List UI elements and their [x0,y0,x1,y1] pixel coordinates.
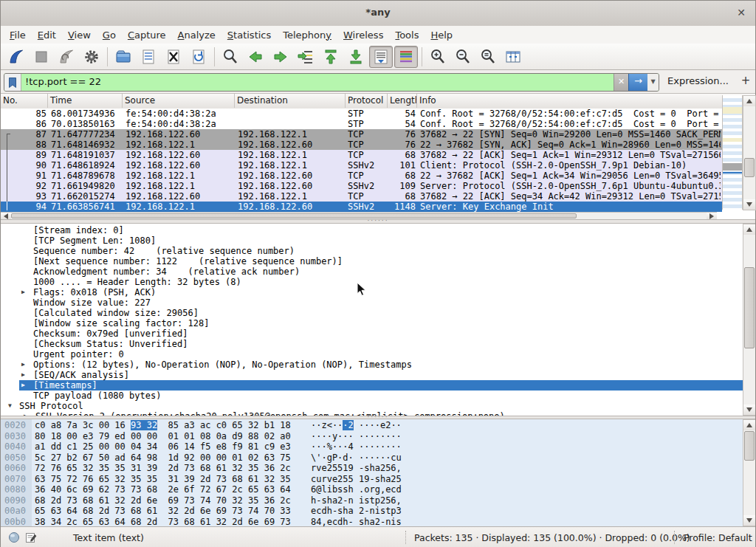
titlebar[interactable]: *any ✕ [1,1,755,27]
menu-view[interactable]: View [62,28,97,42]
detail-line[interactable]: [Stream index: 0] [1,225,743,235]
hex-row[interactable]: 0020c0 a8 7a 3c 00 16 93 32 85 a3 ac c0 … [1,420,742,431]
detail-line-options[interactable]: Options: (12 bytes), No-Operation (NOP),… [1,359,743,370]
profile-text[interactable]: Profile: Default [684,532,752,543]
filter-clear-button[interactable]: ✕ [614,74,628,91]
packet-list-scrollbar[interactable] [743,95,756,210]
scroll-up-icon[interactable] [743,224,755,235]
detail-line-seqack[interactable]: [SEQ/ACK analysis] [1,370,743,380]
capture-options-button[interactable] [80,46,103,68]
hex-row[interactable]: 00b038 34 2c 65 63 64 68 2d 73 68 61 32 … [1,517,742,527]
expression-button[interactable]: Expression... [667,75,729,86]
detail-line[interactable]: Checksum: 0x79ed [unverified] [1,328,743,339]
hex-row[interactable]: 00a065 63 64 68 2d 73 68 61 32 2d 6e 69 … [1,506,742,517]
add-filter-button[interactable]: + [739,73,752,88]
detail-line-flags[interactable]: Flags: 0x018 (PSH, ACK) [1,287,743,297]
packet-row-89[interactable]: 8971.648191037192.168.122.60192.168.122.… [1,150,722,160]
col-header-length[interactable]: Length [388,94,417,108]
zoom-in-button[interactable] [426,46,450,68]
detail-line-ssh-protocol[interactable]: SSH Protocol [1,401,743,411]
reload-file-button[interactable] [187,46,210,68]
scroll-up-icon[interactable] [743,420,755,430]
packet-minimap[interactable] [722,95,743,210]
zoom-original-button[interactable] [476,46,500,68]
detail-line[interactable]: Sequence number: 42 (relative sequence n… [1,246,743,256]
menu-edit[interactable]: Edit [32,28,62,42]
col-header-source[interactable]: Source [123,94,235,108]
expert-info-icon[interactable] [8,531,20,543]
go-first-button[interactable] [319,46,343,68]
go-back-button[interactable] [244,46,267,68]
packet-row-94-selected[interactable]: 9471.663856741192.168.122.1192.168.122.6… [1,202,722,212]
detail-line-timestamps-selected[interactable]: [Timestamps] [1,380,743,391]
scroll-down-icon[interactable] [743,199,755,210]
details-scrollbar[interactable] [743,224,755,416]
expander-icon[interactable] [21,287,25,297]
colorize-button[interactable] [394,46,418,68]
scroll-up-icon[interactable] [743,96,755,106]
filter-text[interactable]: !tcp.port == 22 [21,74,614,91]
filter-dropdown-button[interactable]: ▼ [647,74,659,91]
hex-row[interactable]: 0040a1 dd c1 25 00 00 04 34 06 14 f5 e8 … [1,441,742,453]
hex-row[interactable]: 008036 40 6c 69 62 73 73 68 2e 6f 72 67 … [1,484,742,495]
close-icon[interactable]: ✕ [735,6,748,19]
detail-line[interactable]: TCP payload (1080 bytes) [1,391,743,401]
zoom-out-button[interactable] [451,46,475,68]
find-packet-button[interactable] [219,46,242,68]
detail-line[interactable]: [Checksum Status: Unverified] [1,339,743,349]
hex-row[interactable]: 00505c 27 b2 67 50 ad 64 98 1d 92 00 00 … [1,453,742,464]
close-file-button[interactable] [162,46,185,68]
expander-icon[interactable] [21,380,25,391]
detail-line[interactable]: [TCP Segment Len: 1080] [1,235,743,246]
scroll-down-icon[interactable] [743,515,755,526]
filter-bookmark-button[interactable] [4,74,21,91]
expander-icon[interactable] [21,370,25,380]
col-header-destination[interactable]: Destination [235,94,346,108]
detail-line[interactable]: 1000 .... = Header Length: 32 bytes (8) [1,277,743,287]
menu-help[interactable]: Help [425,28,458,42]
display-filter-input[interactable]: !tcp.port == 22 ✕ → ▼ [4,73,659,92]
detail-line[interactable]: [Next sequence number: 1122 (relative se… [1,256,743,266]
detail-line[interactable]: Acknowledgment number: 34 (relative ack … [1,266,743,277]
bytes-scrollbar[interactable] [743,419,755,526]
filter-apply-button[interactable]: → [628,74,647,91]
scrollbar-thumb[interactable] [744,267,755,348]
hex-row[interactable]: 007063 75 72 76 65 32 35 35 31 39 2d 73 … [1,474,742,485]
detail-line[interactable]: Window size value: 227 [1,297,743,308]
menu-capture[interactable]: Capture [122,28,172,42]
menu-telephony[interactable]: Telephony [277,28,337,42]
scrollbar-thumb[interactable] [744,431,755,461]
menu-tools[interactable]: Tools [389,28,425,42]
scrollbar-thumb[interactable] [744,158,755,177]
col-header-no[interactable]: No. [1,94,48,108]
go-to-packet-button[interactable] [294,46,317,68]
packet-row-87[interactable]: 8771.647777234192.168.122.60192.168.122.… [1,129,722,140]
detail-line[interactable]: Urgent pointer: 0 [1,349,743,359]
save-file-button[interactable] [137,46,160,68]
auto-scroll-button[interactable] [369,46,393,68]
detail-line[interactable]: [Window size scaling factor: 128] [1,318,743,328]
menu-go[interactable]: Go [97,28,122,42]
packet-row-93[interactable]: 9371.662015274192.168.122.60192.168.122.… [1,191,722,202]
go-forward-button[interactable] [269,46,292,68]
hex-row[interactable]: 006072 76 65 32 35 35 31 39 2d 73 68 61 … [1,463,742,474]
open-file-button[interactable] [111,46,135,68]
stop-capture-button[interactable] [30,46,53,68]
hex-row[interactable]: 009068 2d 73 68 61 32 2d 6e 69 73 74 70 … [1,495,742,506]
menu-file[interactable]: File [4,28,32,42]
start-capture-button[interactable] [4,46,28,68]
packet-row-86[interactable]: 8670.013850163fe:54:00:d4:38:2aSTP54Conf… [1,119,722,129]
expander-icon[interactable] [8,401,12,411]
restart-capture-button[interactable] [55,46,78,68]
col-header-protocol[interactable]: Protocol [346,94,388,108]
packet-row-90[interactable]: 9071.648618924192.168.122.60192.168.122.… [1,160,722,171]
go-last-button[interactable] [344,46,368,68]
menu-statistics[interactable]: Statistics [221,28,277,42]
packet-row-88[interactable]: 8871.648146932192.168.122.1192.168.122.6… [1,140,722,150]
expander-icon[interactable] [21,359,25,370]
resize-columns-button[interactable] [501,46,525,68]
packet-row-85[interactable]: 8568.001734936fe:54:00:d4:38:2aSTP54Conf… [1,109,722,119]
hex-row[interactable]: 003080 18 00 e3 79 ed 00 00 01 01 08 0a … [1,431,742,442]
col-header-time[interactable]: Time [48,94,123,108]
col-header-info[interactable]: Info [417,94,722,108]
